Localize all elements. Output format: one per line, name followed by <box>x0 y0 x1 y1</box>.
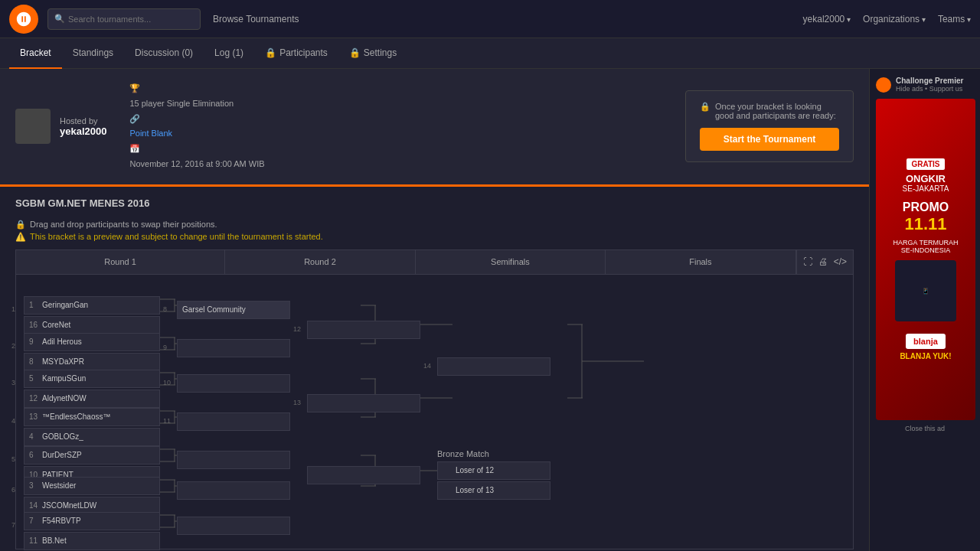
seed: 1 <box>29 301 38 309</box>
print-icon[interactable]: 🖨 <box>818 256 828 267</box>
ad-harga-label: HARGA TERMURAH <box>893 239 959 246</box>
tab-standings[interactable]: Standings <box>62 38 124 69</box>
match4-p2[interactable]: 4GOBLOGz_ <box>24 428 160 446</box>
lock-icon2: 🔒 <box>349 47 361 58</box>
ad-image[interactable]: GRATIS ONGKIR SE-JAKARTA PROMO 11.11 HAR… <box>876 99 975 420</box>
main-layout: Hosted by yekal2000 🏆15 player Single El… <box>0 69 980 551</box>
r2-match9: 9 <box>177 339 290 357</box>
host-name[interactable]: yekal2000 <box>60 126 106 137</box>
host-avatar <box>15 109 51 144</box>
ad-promo-label: PROMO <box>903 201 949 214</box>
match7: 7 7F54RBVTP 11BB.Net <box>24 512 160 550</box>
semi-match12-slot[interactable] <box>307 321 420 339</box>
r2-match-extra1-slot[interactable] <box>177 451 290 469</box>
match2-p2[interactable]: 8MSYDaXPR <box>24 353 160 371</box>
r2-match-extra2-slot[interactable] <box>177 481 290 500</box>
r2-match8: 8 Garsel Community <box>177 301 290 319</box>
match8-num: 8 <box>163 305 167 313</box>
format-info: 🏆15 player Single Elimination <box>129 81 264 112</box>
r2-match-extra1 <box>177 451 290 469</box>
semi-match-extra-slot[interactable] <box>307 466 420 484</box>
lock-icon3: 🔒 <box>700 102 710 120</box>
r2-match9-slot[interactable] <box>177 339 290 357</box>
ad-subtitle[interactable]: Hide ads • Support us <box>896 85 963 93</box>
tab-settings[interactable]: 🔒 Settings <box>338 38 407 69</box>
r2-match8-slot[interactable]: Garsel Community <box>177 301 290 319</box>
match4-num: 4 <box>11 417 15 425</box>
teams-menu[interactable]: Teams <box>938 14 971 24</box>
code-icon[interactable]: </> <box>834 256 847 267</box>
r2-match-extra3 <box>177 517 290 535</box>
start-tournament-button[interactable]: Start the Tournament <box>700 128 839 151</box>
expand-icon[interactable]: ⛶ <box>803 256 812 267</box>
date-info: 📅November 12, 2016 at 9:00 AM WIB <box>129 142 264 172</box>
match7-p2[interactable]: 11BB.Net <box>24 532 160 550</box>
match6: 6 3Westsider 14JSCOMnetLDW <box>24 477 160 515</box>
ad-date-label: 11.11 <box>904 214 946 234</box>
match1-p2[interactable]: 16CoreNet <box>24 316 160 334</box>
ad-product-image: 📱 <box>895 260 956 321</box>
lock-icon: 🔒 <box>265 47 276 58</box>
start-box: 🔒 Once your bracket is looking good and … <box>685 90 854 162</box>
bronze-p1[interactable]: Loser of 12 <box>437 461 550 480</box>
warning-icon: ⚠️ <box>15 232 26 242</box>
tab-discussion[interactable]: Discussion (0) <box>124 38 204 69</box>
seed: 12 <box>29 394 38 403</box>
match6-p1[interactable]: 3Westsider <box>24 477 160 495</box>
ad-title: Challonge Premier <box>896 77 963 85</box>
bracket-container: Round 1 Round 2 Semifinals Finals ⛶ 🖨 </… <box>0 249 869 551</box>
host-info: Hosted by yekal2000 <box>15 109 106 144</box>
bracket-tools: ⛶ 🖨 </> <box>796 250 853 274</box>
match2-num: 2 <box>11 342 15 350</box>
semi-match12: 12 <box>307 321 420 339</box>
tournament-meta: 🏆15 player Single Elimination 🔗Point Bla… <box>129 81 264 172</box>
match9-num: 9 <box>163 344 167 351</box>
round1-header: Round 1 <box>16 250 225 274</box>
r2-match-extra2 <box>177 481 290 500</box>
search-bar[interactable]: 🔍 <box>47 8 201 30</box>
match1-p1[interactable]: 1GeringanGan <box>24 296 160 315</box>
match3: 3 5KampuSGun 12AldynetNOW <box>24 370 160 408</box>
tab-log[interactable]: Log (1) <box>204 38 254 69</box>
tab-bracket[interactable]: Bracket <box>9 38 62 69</box>
match4-p1[interactable]: 13™EndlessChaoss™ <box>24 408 160 426</box>
browse-tournaments-link[interactable]: Browse Tournaments <box>213 14 299 24</box>
finals-header: Finals <box>606 250 795 274</box>
match7-p1[interactable]: 7F54RBVTP <box>24 512 160 530</box>
ad-ongkir-label: ONGKIR <box>906 173 946 184</box>
semi-match13-slot[interactable] <box>307 394 420 412</box>
match3-p1[interactable]: 5KampuSGun <box>24 370 160 388</box>
final-match14: 14 <box>437 357 550 376</box>
sub-nav: Bracket Standings Discussion (0) Log (1)… <box>0 38 980 69</box>
r2-match-extra3-slot[interactable] <box>177 517 290 535</box>
final-match14-slot[interactable] <box>437 357 550 376</box>
match5-p1[interactable]: 6DurDerSZP <box>24 446 160 465</box>
top-nav: 🔍 Browse Tournaments yekal2000 Organizat… <box>0 0 980 38</box>
user-menu[interactable]: yekal2000 <box>803 14 851 24</box>
seed: 5 <box>29 374 38 383</box>
search-input[interactable] <box>68 15 194 24</box>
match3-p2[interactable]: 12AldynetNOW <box>24 390 160 408</box>
seed: 4 <box>29 432 38 441</box>
match1-num: 1 <box>11 305 15 313</box>
seed: 6 <box>29 451 38 459</box>
tab-participants[interactable]: 🔒 Participants <box>254 38 338 69</box>
org-menu[interactable]: Organizations <box>863 14 926 24</box>
tournament-title: SGBM GM.NET MENES 2016 <box>0 187 869 214</box>
close-ad-button[interactable]: Close this ad <box>876 425 974 432</box>
ad-header: Challonge Premier Hide ads • Support us <box>876 77 974 93</box>
r2-match10-slot[interactable] <box>177 374 290 393</box>
match2-p1[interactable]: 9Adil Herous <box>24 333 160 351</box>
seed: 16 <box>29 321 38 329</box>
r2-match11-slot[interactable] <box>177 412 290 431</box>
match13-num: 13 <box>293 399 301 406</box>
lock-icon4: 🔒 <box>15 220 26 230</box>
drag-drop-info: 🔒 Drag and drop participants to swap the… <box>15 220 854 230</box>
match12-num: 12 <box>293 325 301 333</box>
semi-match-extra <box>307 466 420 484</box>
logo[interactable] <box>9 5 38 34</box>
ad-brand-label: blanja <box>906 334 946 349</box>
seed: 7 <box>29 517 38 525</box>
seed: 11 <box>29 536 38 545</box>
bronze-p2[interactable]: Loser of 13 <box>437 481 550 500</box>
